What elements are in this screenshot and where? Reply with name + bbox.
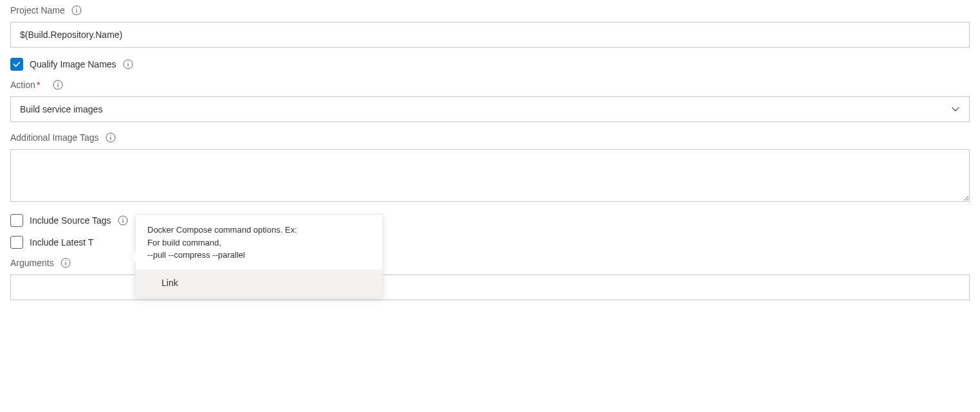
info-icon[interactable] [123, 59, 133, 69]
required-asterisk: * [37, 80, 40, 90]
info-icon[interactable] [53, 80, 63, 90]
action-group: Action* Build service images [10, 80, 970, 122]
project-name-group: Project Name [10, 5, 970, 48]
info-icon[interactable] [118, 215, 128, 226]
additional-image-tags-label-row: Additional Image Tags [10, 132, 970, 143]
tooltip-line2: For build command, [147, 237, 371, 249]
svg-point-7 [58, 82, 59, 83]
project-name-input[interactable] [10, 22, 970, 48]
svg-point-13 [122, 218, 123, 219]
arguments-group: Arguments Docker Compose command options… [10, 258, 970, 300]
tooltip-link[interactable]: Link [162, 278, 178, 288]
chevron-down-icon [951, 105, 960, 114]
tooltip-arrow [131, 252, 136, 262]
svg-point-1 [76, 8, 77, 8]
additional-image-tags-textarea[interactable] [10, 149, 970, 202]
arguments-label: Arguments [10, 258, 54, 268]
info-icon[interactable] [60, 258, 71, 268]
arguments-tooltip: Docker Compose command options. Ex: For … [135, 214, 383, 298]
project-name-label-row: Project Name [10, 5, 970, 15]
qualify-image-names-label: Qualify Image Names [30, 59, 116, 69]
svg-point-10 [110, 135, 111, 136]
additional-image-tags-group: Additional Image Tags [10, 132, 970, 204]
tooltip-line3: --pull --compress --parallel [147, 249, 371, 262]
qualify-image-names-checkbox[interactable] [10, 58, 23, 71]
info-icon[interactable] [71, 5, 82, 15]
action-selected-value: Build service images [20, 104, 102, 114]
include-latest-tag-label: Include Latest T [30, 237, 93, 247]
additional-image-tags-label: Additional Image Tags [10, 132, 99, 143]
svg-point-16 [65, 260, 66, 261]
include-source-tags-label: Include Source Tags [30, 215, 111, 226]
svg-point-4 [127, 62, 128, 62]
qualify-image-names-row: Qualify Image Names [10, 58, 970, 71]
info-icon[interactable] [106, 132, 116, 143]
include-source-tags-checkbox[interactable] [10, 214, 23, 227]
tooltip-footer: Link [136, 269, 382, 297]
action-select[interactable]: Build service images [10, 96, 970, 122]
tooltip-line1: Docker Compose command options. Ex: [147, 224, 371, 237]
action-label-row: Action* [10, 80, 970, 90]
include-latest-tag-checkbox[interactable] [10, 236, 23, 249]
action-label: Action [10, 80, 35, 90]
project-name-label: Project Name [10, 5, 65, 15]
action-label-wrap: Action* [10, 80, 40, 90]
tooltip-body: Docker Compose command options. Ex: For … [136, 215, 382, 269]
